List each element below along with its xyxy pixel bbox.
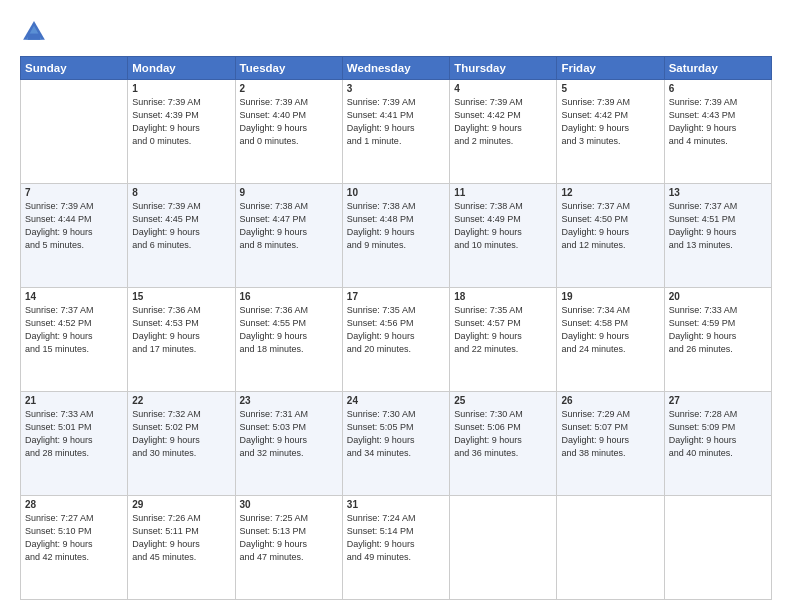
calendar-week-row: 14Sunrise: 7:37 AM Sunset: 4:52 PM Dayli… xyxy=(21,288,772,392)
day-number: 6 xyxy=(669,83,767,94)
day-number: 22 xyxy=(132,395,230,406)
day-number: 21 xyxy=(25,395,123,406)
calendar-day-cell: 17Sunrise: 7:35 AM Sunset: 4:56 PM Dayli… xyxy=(342,288,449,392)
day-number: 28 xyxy=(25,499,123,510)
day-info: Sunrise: 7:28 AM Sunset: 5:09 PM Dayligh… xyxy=(669,408,767,460)
logo-icon xyxy=(20,18,48,46)
day-number: 13 xyxy=(669,187,767,198)
calendar-day-cell: 19Sunrise: 7:34 AM Sunset: 4:58 PM Dayli… xyxy=(557,288,664,392)
header xyxy=(20,18,772,46)
day-info: Sunrise: 7:38 AM Sunset: 4:48 PM Dayligh… xyxy=(347,200,445,252)
calendar-day-cell xyxy=(21,80,128,184)
calendar-week-row: 7Sunrise: 7:39 AM Sunset: 4:44 PM Daylig… xyxy=(21,184,772,288)
day-info: Sunrise: 7:31 AM Sunset: 5:03 PM Dayligh… xyxy=(240,408,338,460)
header-day: Sunday xyxy=(21,57,128,80)
day-number: 17 xyxy=(347,291,445,302)
calendar-day-cell: 7Sunrise: 7:39 AM Sunset: 4:44 PM Daylig… xyxy=(21,184,128,288)
calendar-day-cell xyxy=(450,496,557,600)
day-number: 27 xyxy=(669,395,767,406)
day-number: 9 xyxy=(240,187,338,198)
day-info: Sunrise: 7:30 AM Sunset: 5:06 PM Dayligh… xyxy=(454,408,552,460)
day-info: Sunrise: 7:33 AM Sunset: 5:01 PM Dayligh… xyxy=(25,408,123,460)
day-number: 23 xyxy=(240,395,338,406)
day-info: Sunrise: 7:27 AM Sunset: 5:10 PM Dayligh… xyxy=(25,512,123,564)
day-info: Sunrise: 7:33 AM Sunset: 4:59 PM Dayligh… xyxy=(669,304,767,356)
calendar-day-cell: 3Sunrise: 7:39 AM Sunset: 4:41 PM Daylig… xyxy=(342,80,449,184)
calendar-day-cell: 20Sunrise: 7:33 AM Sunset: 4:59 PM Dayli… xyxy=(664,288,771,392)
day-info: Sunrise: 7:39 AM Sunset: 4:42 PM Dayligh… xyxy=(561,96,659,148)
day-number: 26 xyxy=(561,395,659,406)
svg-rect-2 xyxy=(28,34,40,40)
day-number: 19 xyxy=(561,291,659,302)
day-number: 4 xyxy=(454,83,552,94)
day-number: 5 xyxy=(561,83,659,94)
calendar-week-row: 28Sunrise: 7:27 AM Sunset: 5:10 PM Dayli… xyxy=(21,496,772,600)
calendar-header: SundayMondayTuesdayWednesdayThursdayFrid… xyxy=(21,57,772,80)
calendar-day-cell: 15Sunrise: 7:36 AM Sunset: 4:53 PM Dayli… xyxy=(128,288,235,392)
day-info: Sunrise: 7:39 AM Sunset: 4:42 PM Dayligh… xyxy=(454,96,552,148)
day-number: 14 xyxy=(25,291,123,302)
calendar-table: SundayMondayTuesdayWednesdayThursdayFrid… xyxy=(20,56,772,600)
calendar-day-cell xyxy=(664,496,771,600)
day-info: Sunrise: 7:37 AM Sunset: 4:52 PM Dayligh… xyxy=(25,304,123,356)
calendar-day-cell: 9Sunrise: 7:38 AM Sunset: 4:47 PM Daylig… xyxy=(235,184,342,288)
day-info: Sunrise: 7:35 AM Sunset: 4:57 PM Dayligh… xyxy=(454,304,552,356)
day-info: Sunrise: 7:39 AM Sunset: 4:45 PM Dayligh… xyxy=(132,200,230,252)
day-info: Sunrise: 7:39 AM Sunset: 4:39 PM Dayligh… xyxy=(132,96,230,148)
day-info: Sunrise: 7:37 AM Sunset: 4:50 PM Dayligh… xyxy=(561,200,659,252)
header-day: Monday xyxy=(128,57,235,80)
calendar-day-cell: 13Sunrise: 7:37 AM Sunset: 4:51 PM Dayli… xyxy=(664,184,771,288)
calendar-day-cell: 30Sunrise: 7:25 AM Sunset: 5:13 PM Dayli… xyxy=(235,496,342,600)
day-number: 25 xyxy=(454,395,552,406)
day-number: 31 xyxy=(347,499,445,510)
logo xyxy=(20,18,52,46)
day-info: Sunrise: 7:36 AM Sunset: 4:53 PM Dayligh… xyxy=(132,304,230,356)
header-day: Thursday xyxy=(450,57,557,80)
day-number: 11 xyxy=(454,187,552,198)
day-number: 2 xyxy=(240,83,338,94)
header-day: Saturday xyxy=(664,57,771,80)
calendar-day-cell: 28Sunrise: 7:27 AM Sunset: 5:10 PM Dayli… xyxy=(21,496,128,600)
calendar-day-cell: 21Sunrise: 7:33 AM Sunset: 5:01 PM Dayli… xyxy=(21,392,128,496)
calendar-day-cell: 10Sunrise: 7:38 AM Sunset: 4:48 PM Dayli… xyxy=(342,184,449,288)
day-info: Sunrise: 7:26 AM Sunset: 5:11 PM Dayligh… xyxy=(132,512,230,564)
day-info: Sunrise: 7:30 AM Sunset: 5:05 PM Dayligh… xyxy=(347,408,445,460)
day-info: Sunrise: 7:25 AM Sunset: 5:13 PM Dayligh… xyxy=(240,512,338,564)
day-number: 1 xyxy=(132,83,230,94)
calendar-day-cell: 24Sunrise: 7:30 AM Sunset: 5:05 PM Dayli… xyxy=(342,392,449,496)
header-day: Friday xyxy=(557,57,664,80)
day-number: 24 xyxy=(347,395,445,406)
day-number: 8 xyxy=(132,187,230,198)
calendar-day-cell: 14Sunrise: 7:37 AM Sunset: 4:52 PM Dayli… xyxy=(21,288,128,392)
calendar-day-cell: 6Sunrise: 7:39 AM Sunset: 4:43 PM Daylig… xyxy=(664,80,771,184)
calendar-day-cell: 12Sunrise: 7:37 AM Sunset: 4:50 PM Dayli… xyxy=(557,184,664,288)
day-number: 15 xyxy=(132,291,230,302)
calendar-day-cell: 18Sunrise: 7:35 AM Sunset: 4:57 PM Dayli… xyxy=(450,288,557,392)
day-info: Sunrise: 7:39 AM Sunset: 4:44 PM Dayligh… xyxy=(25,200,123,252)
day-number: 16 xyxy=(240,291,338,302)
day-number: 20 xyxy=(669,291,767,302)
day-number: 12 xyxy=(561,187,659,198)
day-info: Sunrise: 7:37 AM Sunset: 4:51 PM Dayligh… xyxy=(669,200,767,252)
day-number: 3 xyxy=(347,83,445,94)
calendar-day-cell xyxy=(557,496,664,600)
day-info: Sunrise: 7:39 AM Sunset: 4:41 PM Dayligh… xyxy=(347,96,445,148)
calendar-day-cell: 23Sunrise: 7:31 AM Sunset: 5:03 PM Dayli… xyxy=(235,392,342,496)
day-info: Sunrise: 7:38 AM Sunset: 4:49 PM Dayligh… xyxy=(454,200,552,252)
calendar-week-row: 1Sunrise: 7:39 AM Sunset: 4:39 PM Daylig… xyxy=(21,80,772,184)
day-info: Sunrise: 7:38 AM Sunset: 4:47 PM Dayligh… xyxy=(240,200,338,252)
day-info: Sunrise: 7:24 AM Sunset: 5:14 PM Dayligh… xyxy=(347,512,445,564)
header-row: SundayMondayTuesdayWednesdayThursdayFrid… xyxy=(21,57,772,80)
calendar-week-row: 21Sunrise: 7:33 AM Sunset: 5:01 PM Dayli… xyxy=(21,392,772,496)
calendar-day-cell: 31Sunrise: 7:24 AM Sunset: 5:14 PM Dayli… xyxy=(342,496,449,600)
day-info: Sunrise: 7:39 AM Sunset: 4:43 PM Dayligh… xyxy=(669,96,767,148)
day-number: 10 xyxy=(347,187,445,198)
calendar-day-cell: 2Sunrise: 7:39 AM Sunset: 4:40 PM Daylig… xyxy=(235,80,342,184)
day-number: 18 xyxy=(454,291,552,302)
calendar-day-cell: 4Sunrise: 7:39 AM Sunset: 4:42 PM Daylig… xyxy=(450,80,557,184)
day-info: Sunrise: 7:34 AM Sunset: 4:58 PM Dayligh… xyxy=(561,304,659,356)
day-info: Sunrise: 7:29 AM Sunset: 5:07 PM Dayligh… xyxy=(561,408,659,460)
calendar-day-cell: 25Sunrise: 7:30 AM Sunset: 5:06 PM Dayli… xyxy=(450,392,557,496)
calendar-day-cell: 8Sunrise: 7:39 AM Sunset: 4:45 PM Daylig… xyxy=(128,184,235,288)
calendar-day-cell: 11Sunrise: 7:38 AM Sunset: 4:49 PM Dayli… xyxy=(450,184,557,288)
